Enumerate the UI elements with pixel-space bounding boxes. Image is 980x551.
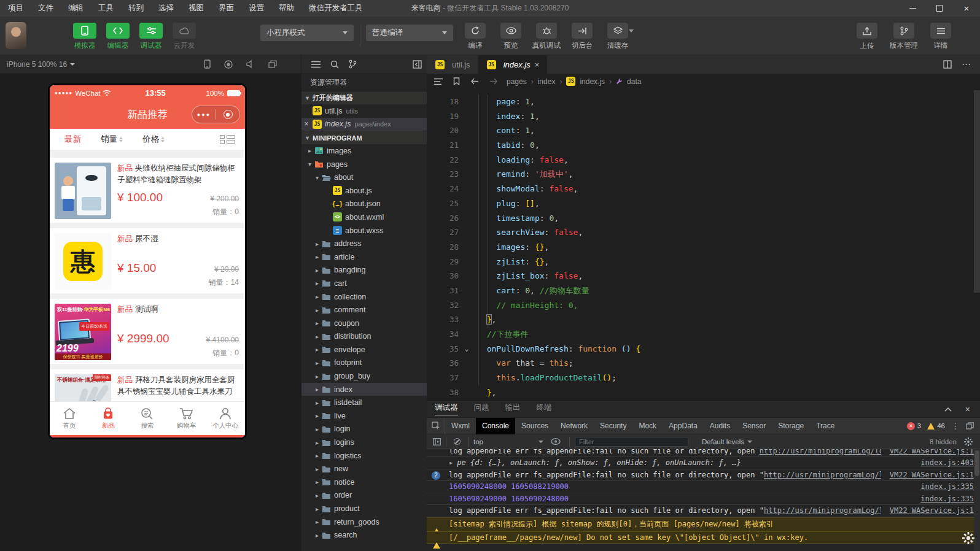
console-settings-gear-icon[interactable] xyxy=(964,437,973,446)
navigate-forward-icon[interactable] xyxy=(489,78,498,85)
console-link[interactable]: http://usr/miniprogramLog/log1 xyxy=(764,471,881,479)
code-editor[interactable]: 18 page: 1,19 index: 1,20 cont: 1,21 tab… xyxy=(427,89,980,400)
tree-item-article[interactable]: ▸article xyxy=(301,250,427,264)
tree-item-group_buy[interactable]: ▸group_buy xyxy=(301,369,427,383)
compile-select[interactable]: 普通编译 xyxy=(366,25,453,41)
tree-item-bangding[interactable]: ▸bangding xyxy=(301,264,427,277)
phone-tab-购物车[interactable]: 购物车 xyxy=(167,402,206,435)
toolbar-button-调试器[interactable]: 调试器 xyxy=(135,23,167,50)
close-tab-icon[interactable]: × xyxy=(535,60,540,69)
tree-item-about.json[interactable]: {…}about.json xyxy=(301,198,427,211)
collapse-panel-icon[interactable] xyxy=(944,407,952,412)
console-source-link[interactable]: index.js:335 xyxy=(920,482,974,491)
tree-item-order[interactable]: ▸order xyxy=(301,489,427,503)
open-editors-header[interactable]: ▾ 打开的编辑器 xyxy=(301,91,427,104)
file-list-icon[interactable] xyxy=(311,61,321,68)
tree-item-envelope[interactable]: ▸envelope xyxy=(301,343,427,356)
console-source-link[interactable]: VM22 WAService.js:1 xyxy=(890,506,974,515)
debug-tab-调试器[interactable]: 调试器 xyxy=(435,403,458,415)
devtools-tab-Network[interactable]: Network xyxy=(554,418,594,434)
tree-item-images[interactable]: ▸images xyxy=(301,144,427,158)
console-filter-input[interactable] xyxy=(575,437,688,447)
action-button-切后台[interactable]: 切后台 xyxy=(566,23,598,50)
tree-item-product[interactable]: ▸product xyxy=(301,502,427,515)
open-editor-util.js[interactable]: JSutil.jsutils xyxy=(301,104,427,118)
toolbar-button-云开发[interactable]: 云开发 xyxy=(168,23,200,50)
action-button-详情[interactable]: 详情 xyxy=(925,23,957,50)
action-button-上传[interactable]: 上传 xyxy=(851,23,883,50)
tree-item-about[interactable]: ▾about xyxy=(301,171,427,184)
phone-tab-个人中心[interactable]: 个人中心 xyxy=(206,402,245,435)
tree-item-footprint[interactable]: ▸footprint xyxy=(301,356,427,370)
product-card[interactable]: 惠新品尿不湿¥ 15.00¥ 20.00销量：14 xyxy=(50,228,245,293)
project-header[interactable]: ▾ MINIPROGRAM xyxy=(301,131,427,144)
debug-tab-终端[interactable]: 终端 xyxy=(537,403,552,415)
tree-item-address[interactable]: ▸address xyxy=(301,237,427,250)
device-select[interactable]: iPhone 5 100% 16 xyxy=(0,60,75,69)
filter-tab-价格[interactable]: 价格 xyxy=(142,134,165,145)
tree-item-listdetail[interactable]: ▸listdetail xyxy=(301,396,427,409)
devtools-tab-Wxml[interactable]: Wxml xyxy=(445,418,476,434)
tree-item-notice[interactable]: ▸notice xyxy=(301,476,427,489)
menu-item-微信开发者工具[interactable]: 微信开发者工具 xyxy=(309,3,363,13)
tree-item-search[interactable]: ▸search xyxy=(301,528,427,542)
context-select[interactable]: top xyxy=(473,438,547,445)
editor-scrollbar[interactable] xyxy=(974,89,980,400)
multi-window-icon[interactable] xyxy=(268,60,277,68)
menu-item-文件[interactable]: 文件 xyxy=(38,3,53,13)
fold-chevron-icon[interactable]: ⌄ xyxy=(459,342,475,356)
breadcrumb-item-data[interactable]: data xyxy=(627,77,641,86)
bookmark-icon[interactable] xyxy=(453,77,460,85)
record-icon[interactable] xyxy=(224,60,233,69)
action-button-版本管理[interactable]: 版本管理 xyxy=(888,23,920,50)
mute-icon[interactable] xyxy=(246,60,255,68)
devtools-more-icon[interactable]: ⋮ xyxy=(951,421,960,431)
wechat-capsule[interactable]: ●●● xyxy=(192,106,240,123)
filter-tab-最新[interactable]: 最新 xyxy=(64,134,81,145)
tree-item-coupon[interactable]: ▸coupon xyxy=(301,317,427,330)
tree-item-about.wxml[interactable]: <>about.wxml xyxy=(301,210,427,224)
close-icon[interactable]: × xyxy=(301,120,311,128)
settings-gear-icon[interactable] xyxy=(962,532,974,544)
console-log-area[interactable]: log appendFile err fs_appendFile:fail no… xyxy=(427,449,980,551)
tree-item-live[interactable]: ▸live xyxy=(301,409,427,423)
devtools-tab-Sensor[interactable]: Sensor xyxy=(736,418,772,434)
tree-item-pages[interactable]: ▾pages xyxy=(301,158,427,171)
product-card[interactable]: 双11提前购·华为平板M6今日前50名送2199保价双11 买贵退差价新品测试啊… xyxy=(50,299,245,364)
clear-console-icon[interactable] xyxy=(454,438,461,445)
console-source-link[interactable]: index.js:403 xyxy=(920,458,974,467)
action-button-清缓存[interactable]: 清缓存 xyxy=(602,23,634,50)
outline-list-icon[interactable] xyxy=(434,78,443,85)
device-phone-icon[interactable] xyxy=(204,60,211,69)
menu-item-工具[interactable]: 工具 xyxy=(98,3,114,13)
breadcrumb-item-index[interactable]: index xyxy=(538,77,556,86)
devtools-tab-Trace[interactable]: Trace xyxy=(810,418,841,434)
debug-tab-输出[interactable]: 输出 xyxy=(505,403,521,415)
dock-panel-icon[interactable] xyxy=(413,60,422,69)
console-source-link[interactable]: index.js:335 xyxy=(920,495,974,503)
devtools-tab-Security[interactable]: Security xyxy=(594,418,632,434)
tree-item-collection[interactable]: ▸collection xyxy=(301,290,427,304)
live-expression-eye-icon[interactable] xyxy=(551,438,561,445)
phone-tab-新品[interactable]: 新品 xyxy=(89,402,128,435)
warning-count-badge[interactable]: 46 xyxy=(927,422,945,430)
console-source-link[interactable]: VM22 WAService.js:1 xyxy=(890,471,974,479)
action-button-预览[interactable]: 预览 xyxy=(495,23,527,50)
devtools-tab-Audits[interactable]: Audits xyxy=(704,418,736,434)
inspect-element-icon[interactable] xyxy=(427,418,445,434)
phone-tab-首页[interactable]: 首页 xyxy=(50,402,89,435)
tree-item-distribution[interactable]: ▸distribution xyxy=(301,330,427,344)
product-card[interactable]: 不锈钢组合·满足家用限时秒杀新品拜格刀具套装厨房家用全套厨具不锈钢宝宝婴儿辅食工… xyxy=(50,369,245,401)
console-source-link[interactable]: VM22 WAService.js:1 xyxy=(890,449,974,455)
tree-item-about.js[interactable]: JSabout.js xyxy=(301,184,427,198)
layout-switch-icon[interactable] xyxy=(220,135,235,144)
devtools-tab-AppData[interactable]: AppData xyxy=(663,418,704,434)
navigate-back-icon[interactable] xyxy=(470,78,479,85)
menu-item-转到[interactable]: 转到 xyxy=(128,3,144,13)
error-count-badge[interactable]: ×3 xyxy=(907,422,921,430)
devtools-tab-Mock[interactable]: Mock xyxy=(632,418,663,434)
devtools-tab-Storage[interactable]: Storage xyxy=(772,418,810,434)
exit-circle-icon[interactable] xyxy=(216,110,239,119)
expand-triangle-icon[interactable]: ▸ xyxy=(449,458,453,467)
menu-item-项目[interactable]: 项目 xyxy=(8,3,23,13)
